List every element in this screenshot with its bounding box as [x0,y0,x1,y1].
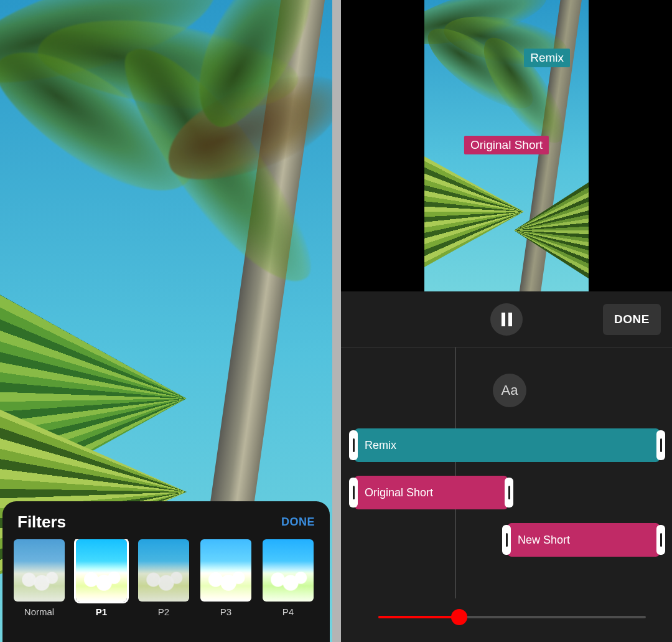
seek-slider[interactable] [378,611,646,623]
filter-option-normal[interactable]: Normal [14,539,65,617]
seek-fill [378,616,459,618]
filters-list[interactable]: Normal P1 P2 P3 P4 C [12,539,320,617]
clip-handle-right[interactable] [656,430,665,460]
clip-label: New Short [518,534,570,547]
clip-label: Original Short [365,486,433,499]
filters-title: Filters [17,512,66,532]
timeline-editor-screen: Remix Original Short DONE Aa Remix Ori [341,0,672,642]
filter-label: P3 [220,607,231,617]
filter-option-p1[interactable]: P1 [76,539,127,617]
pause-icon [502,313,512,326]
timeline-area: Aa Remix Original Short New S [341,347,672,642]
filter-label: P4 [282,607,294,617]
add-text-button[interactable]: Aa [493,374,526,407]
play-pause-button[interactable] [490,303,523,336]
timeline-done-button[interactable]: DONE [603,304,661,335]
overlay-tag-remix[interactable]: Remix [524,49,570,67]
track-row: New Short [341,523,672,559]
clip-handle-left[interactable] [502,525,511,555]
clip-label: Remix [365,439,396,452]
seek-thumb[interactable] [451,609,467,625]
filters-done-button[interactable]: DONE [281,516,315,529]
controls-bar: DONE [341,291,672,347]
filter-option-p2[interactable]: P2 [138,539,189,617]
clip-new-short[interactable]: New Short [508,523,660,557]
preview-frame[interactable]: Remix Original Short [424,0,589,291]
filter-thumb [263,539,314,602]
track-row: Original Short [341,476,672,512]
tracks: Remix Original Short New Short [341,428,672,570]
track-row: Remix [341,428,672,465]
filter-label: P1 [96,607,107,617]
clip-remix[interactable]: Remix [355,428,660,462]
panel-divider [332,0,341,642]
overlay-tag-original[interactable]: Original Short [464,136,549,154]
filter-thumb [76,539,127,602]
clip-handle-left[interactable] [349,478,358,507]
clip-original-short[interactable]: Original Short [355,476,508,509]
filter-thumb [14,539,65,602]
filter-thumb [138,539,189,602]
filter-label: P2 [158,607,169,617]
filter-option-p4[interactable]: P4 [263,539,314,617]
filter-label: Normal [24,607,54,617]
clip-handle-left[interactable] [349,430,358,460]
filter-option-p3[interactable]: P3 [200,539,251,617]
filters-screen: Filters DONE Normal P1 P2 P3 P4 [0,0,332,642]
clip-handle-right[interactable] [656,525,665,555]
preview-area: Remix Original Short [341,0,672,291]
filter-thumb [200,539,251,602]
clip-handle-right[interactable] [505,478,513,507]
filters-panel: Filters DONE Normal P1 P2 P3 P4 [2,501,330,642]
